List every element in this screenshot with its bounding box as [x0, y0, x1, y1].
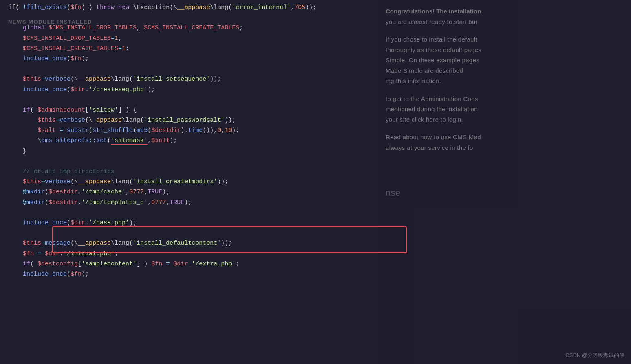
code-line-if-admin: if( $adminaccount['saltpw'] ) { [8, 105, 391, 115]
code-line-basephp: include_once($dir.'/base.php'); [8, 218, 391, 228]
overlay-text-3: thoroughly as these default pages [386, 46, 481, 53]
overlay-text-2: If you chose to install the default [386, 36, 477, 43]
code-line-create: $CMS_INSTALL_CREATE_TABLES=1; [8, 44, 391, 54]
overlay-text-1: you are almost ready to start bui [386, 18, 477, 25]
right-panel-overlay: Congratulations! The installation you ar… [378, 0, 631, 364]
code-line-brace: } [8, 146, 391, 156]
code-line-blank4 [8, 156, 391, 167]
overlay-text-6: ing this information. [386, 77, 441, 84]
code-line-comment: // create tmp directories [8, 167, 391, 177]
code-area: if( !file_exists($fn) ) throw new \Excep… [0, 0, 391, 364]
code-line-1: if( !file_exists($fn) ) throw new \Excep… [8, 2, 391, 13]
overlay-text-4: Simple. On these example pages [386, 57, 479, 64]
overlay-text-9: your site click here to login. [386, 116, 463, 123]
news-module-label: NEWS MODULE INSTALLED [8, 19, 92, 25]
code-line-drop: $CMS_INSTALL_DROP_TABLES=1; [8, 33, 391, 44]
overlay-text-5: Made Simple are described [386, 67, 463, 74]
overlay-text-10: Read about how to use CMS Mad [386, 134, 481, 140]
code-line-include1: include_once($fn); [8, 54, 391, 64]
code-line-blank6 [8, 228, 391, 238]
code-line-mkdir1: @mkdir($destdir.'/tmp/cache',0777,TRUE); [8, 187, 391, 197]
code-line-salt: $salt = substr(str_shuffle(md5($destdir)… [8, 125, 391, 136]
code-editor: NEWS MODULE INSTALLED if( !file_exists($… [0, 0, 631, 364]
watermark: CSDN @分等级考试的佛 [565, 352, 624, 359]
code-line-fn-initial: $fn = $dir.'/initial.php'; [8, 249, 391, 259]
code-line-mkdir2: @mkdir($destdir.'/tmp/templates_c',0777,… [8, 197, 391, 208]
code-line-createseq: include_once($dir.'/createseq.php'); [8, 85, 391, 95]
overlay-text-7: to get to the Administration Cons [386, 95, 478, 102]
code-line-verbose2: $this→verbose(\ appbase\lang('install_pa… [8, 115, 391, 125]
code-line-samplecontent: if( $destconfig['samplecontent'] ) $fn =… [8, 259, 391, 269]
code-line-verbose1: $this→verbose(\__appbase\lang('install_s… [8, 74, 391, 84]
overlay-text-11: always at your service in the fo [386, 144, 473, 151]
code-line-message: $this→message(\__appbase\lang('install_d… [8, 238, 391, 248]
overlay-text-12: nse [386, 188, 401, 198]
code-line-siteprefs: \cms_siteprefs::set('sitemask',$salt); [8, 136, 391, 146]
code-line-blank5 [8, 208, 391, 218]
code-line-verbose3: $this→verbose(\__appbase\lang('install_c… [8, 177, 391, 187]
code-line-blank3 [8, 95, 391, 105]
code-line-blank2 [8, 64, 391, 74]
overlay-text-8: mentioned during the installation [386, 105, 478, 112]
code-line-include-fn: include_once($fn); [8, 269, 391, 279]
overlay-heading-1: Congratulations! The installation [386, 8, 481, 15]
